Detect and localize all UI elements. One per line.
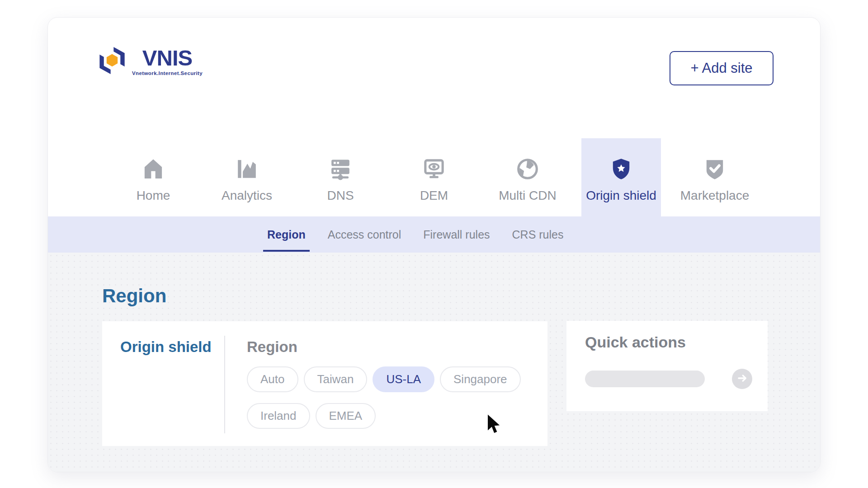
subtab-crs-rules[interactable]: CRS rules	[512, 216, 564, 253]
nav-item-home[interactable]: Home	[113, 138, 193, 216]
dns-servers-icon	[328, 156, 353, 182]
main-nav: Home Analytics DNS	[48, 138, 820, 216]
nav-item-origin-shield[interactable]: Origin shield	[581, 138, 661, 216]
nav-item-multi-cdn[interactable]: Multi CDN	[488, 138, 567, 216]
badge-check-icon	[702, 156, 727, 182]
region-chip-auto[interactable]: Auto	[247, 366, 298, 392]
quick-action-skeleton-bar	[585, 371, 705, 387]
region-chip-singapore[interactable]: Singapore	[440, 366, 521, 392]
content-area: Region Origin shield Region Auto Taiwan …	[48, 253, 820, 472]
quick-actions-title: Quick actions	[585, 333, 686, 351]
page-title: Region	[102, 285, 166, 307]
region-section-title: Region	[247, 338, 536, 356]
vnis-logo-mark-icon	[96, 47, 128, 76]
shield-star-icon	[609, 156, 634, 182]
add-site-button[interactable]: + Add site	[670, 51, 774, 85]
subtab-firewall-rules[interactable]: Firewall rules	[423, 216, 490, 253]
nav-item-dem[interactable]: DEM	[394, 138, 474, 216]
subtab-region[interactable]: Region	[267, 216, 306, 253]
nav-item-marketplace[interactable]: Marketplace	[675, 138, 755, 216]
vertical-divider	[224, 336, 225, 433]
nav-item-dns[interactable]: DNS	[301, 138, 380, 216]
region-chip-taiwan[interactable]: Taiwan	[304, 366, 368, 392]
brand-name: VNIS	[142, 47, 192, 69]
arrow-right-icon	[736, 372, 749, 386]
analytics-icon	[234, 156, 259, 182]
card-title: Origin shield	[120, 338, 212, 356]
brand-tagline: Vnetwork.Internet.Security	[132, 70, 203, 76]
region-chip-emea[interactable]: EMEA	[316, 403, 376, 429]
region-chip-us-la[interactable]: US-LA	[373, 366, 434, 392]
monitor-eye-icon	[421, 156, 447, 182]
region-chip-ireland[interactable]: Ireland	[247, 403, 310, 429]
home-icon	[141, 156, 166, 182]
origin-shield-region-card: Origin shield Region Auto Taiwan US-LA S…	[102, 321, 547, 446]
subtab-access-control[interactable]: Access control	[328, 216, 401, 253]
origin-shield-subnav: Region Access control Firewall rules CRS…	[48, 216, 820, 253]
quick-actions-card: Quick actions	[566, 321, 768, 411]
quick-action-arrow-button[interactable]	[732, 369, 752, 389]
globe-icon	[515, 156, 540, 182]
app-window: VNIS Vnetwork.Internet.Security + Add si…	[47, 17, 821, 472]
vnis-logo[interactable]: VNIS Vnetwork.Internet.Security	[96, 47, 203, 76]
nav-item-analytics[interactable]: Analytics	[207, 138, 287, 216]
